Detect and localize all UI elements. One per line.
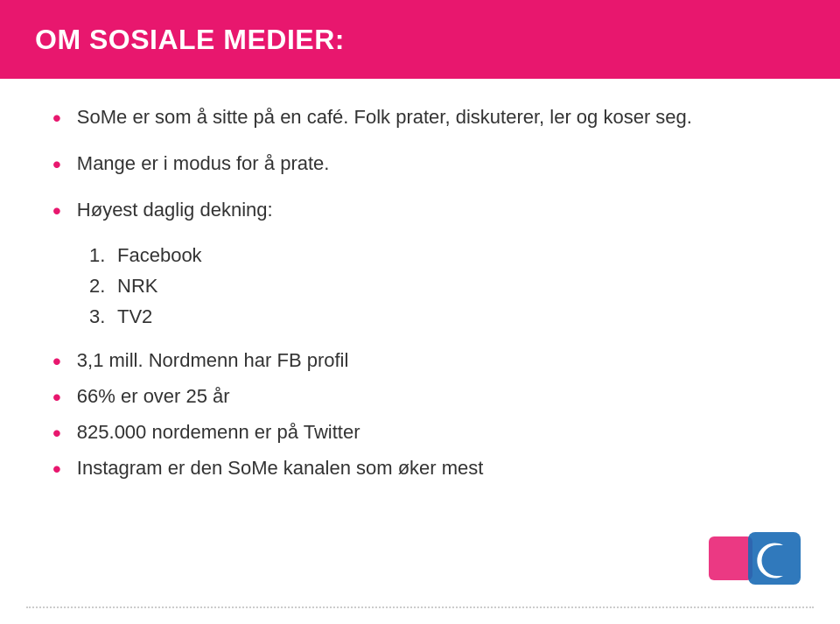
svg-rect-0 (709, 536, 752, 580)
logo (709, 528, 805, 598)
footer-divider (26, 606, 814, 608)
bullet-icon: • (52, 348, 61, 375)
bullet-icon: • (52, 420, 61, 447)
list-item-text: TV2 (117, 305, 152, 330)
bullet-icon: • (52, 384, 61, 411)
list-item-text: Facebook (117, 243, 202, 269)
bullet-icon: • (52, 198, 61, 225)
list-item: • Mange er i modus for å prate. (52, 151, 788, 179)
list-item: 1. Facebook (89, 243, 788, 269)
list-item: • 66% er over 25 år (52, 384, 788, 411)
bullet-text: 825.000 nordemenn er på Twitter (77, 420, 788, 445)
bullet-icon: • (52, 105, 61, 132)
bullet-text: Høyest daglig dekning: (77, 198, 788, 223)
bullet-icon: • (52, 456, 61, 483)
page-title: OM SOSIALE MEDIER: (35, 24, 345, 56)
list-number: 2. (89, 274, 117, 299)
main-bullet-list: • SoMe er som å sitte på en café. Folk p… (52, 105, 788, 482)
sub-bullet-list: • 3,1 mill. Nordmenn har FB profil • 66%… (52, 348, 788, 482)
list-number: 3. (89, 305, 117, 330)
list-item: • Høyest daglig dekning: (52, 198, 788, 225)
list-item: • 3,1 mill. Nordmenn har FB profil (52, 348, 788, 375)
bullet-text: 3,1 mill. Nordmenn har FB profil (77, 348, 788, 374)
list-item: 3. TV2 (89, 305, 788, 330)
list-item: • SoMe er som å sitte på en café. Folk p… (52, 105, 788, 132)
company-logo-icon (709, 528, 805, 598)
bullet-text: Mange er i modus for å prate. (77, 151, 788, 177)
bullet-text: 66% er over 25 år (77, 384, 788, 410)
list-item: • 825.000 nordemenn er på Twitter (52, 420, 788, 447)
bullet-text: Instagram er den SoMe kanalen som øker m… (77, 456, 788, 481)
numbered-list: 1. Facebook 2. NRK 3. TV2 (89, 243, 788, 329)
list-number: 1. (89, 243, 117, 269)
bullet-text: SoMe er som å sitte på en café. Folk pra… (77, 105, 788, 130)
list-item: • Instagram er den SoMe kanalen som øker… (52, 456, 788, 483)
list-item: 2. NRK (89, 274, 788, 299)
bullet-icon: • (52, 151, 61, 179)
list-item-text: NRK (117, 274, 158, 299)
header-bar: OM SOSIALE MEDIER: (0, 0, 840, 79)
content-area: • SoMe er som å sitte på en café. Folk p… (0, 79, 840, 508)
